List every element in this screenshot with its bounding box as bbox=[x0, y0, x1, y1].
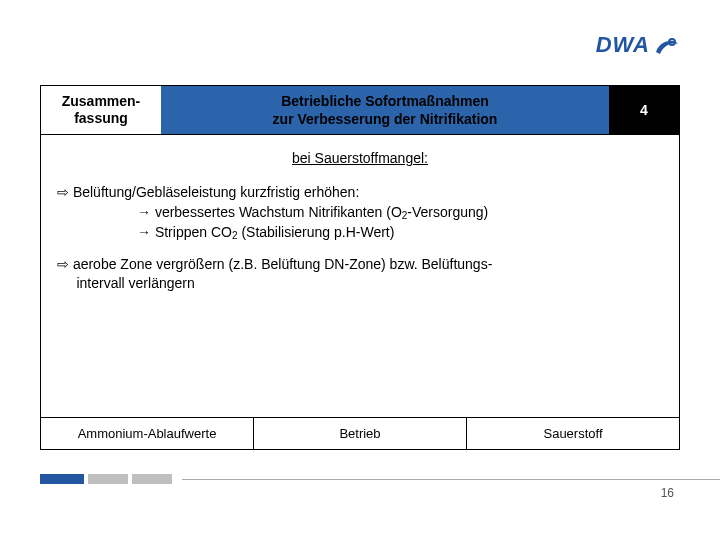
logo-text: DWA bbox=[596, 32, 650, 58]
bullet-2: ⇨ aerobe Zone vergrößern (z.B. Belüftung… bbox=[57, 255, 663, 294]
page-number: 16 bbox=[661, 486, 674, 500]
footer-strip bbox=[40, 474, 720, 484]
strip-line bbox=[182, 479, 720, 480]
bullet-1-sub1-pre: → verbessertes Wachstum Nitrifikanten (O bbox=[137, 204, 402, 220]
header-left: Zusammen- fassung bbox=[41, 86, 161, 134]
slide-box: Zusammen- fassung Betriebliche Sofortmaß… bbox=[40, 85, 680, 450]
bullet-1-sub2-post: (Stabilisierung p.H-Wert) bbox=[238, 224, 395, 240]
content-area: bei Sauerstoffmangel: ⇨ Belüftung/Gebläs… bbox=[41, 135, 679, 315]
strip-grey-2 bbox=[132, 474, 172, 484]
strip-blue bbox=[40, 474, 84, 484]
bullet-1: ⇨ Belüftung/Gebläseleistung kurzfristig … bbox=[57, 183, 663, 243]
header-title: Betriebliche Sofortmaßnahmen zur Verbess… bbox=[161, 86, 609, 134]
footer-cell-1: Ammonium-Ablaufwerte bbox=[41, 418, 254, 449]
footer-row: Ammonium-Ablaufwerte Betrieb Sauerstoff bbox=[41, 417, 679, 449]
header-number-text: 4 bbox=[640, 102, 648, 118]
header-row: Zusammen- fassung Betriebliche Sofortmaß… bbox=[41, 86, 679, 135]
header-title-line1: Betriebliche Sofortmaßnahmen bbox=[281, 92, 489, 110]
bullet-1-line1: ⇨ Belüftung/Gebläseleistung kurzfristig … bbox=[57, 183, 663, 203]
strip-grey bbox=[88, 474, 128, 484]
bullet-1-sub1: → verbessertes Wachstum Nitrifikanten (O… bbox=[57, 203, 663, 223]
bullet-1-sub2: → Strippen CO2 (Stabilisierung p.H-Wert) bbox=[57, 223, 663, 243]
header-left-line2: fassung bbox=[74, 110, 128, 127]
footer-cell-2: Betrieb bbox=[254, 418, 467, 449]
footer-cell-3: Sauerstoff bbox=[467, 418, 679, 449]
bullet-1-sub1-post: -Versorgung) bbox=[407, 204, 488, 220]
bullet-1-sub2-pre: → Strippen CO bbox=[137, 224, 232, 240]
header-left-line1: Zusammen- bbox=[62, 93, 141, 110]
header-title-line2: zur Verbesserung der Nitrifikation bbox=[273, 110, 498, 128]
header-number: 4 bbox=[609, 86, 679, 134]
bullet-2-line1: ⇨ aerobe Zone vergrößern (z.B. Belüftung… bbox=[57, 255, 663, 275]
logo: DWA bbox=[596, 32, 680, 58]
logo-swoosh-icon bbox=[654, 32, 680, 58]
bullet-2-line2: intervall verlängern bbox=[57, 274, 663, 294]
subtitle: bei Sauerstoffmangel: bbox=[57, 149, 663, 169]
